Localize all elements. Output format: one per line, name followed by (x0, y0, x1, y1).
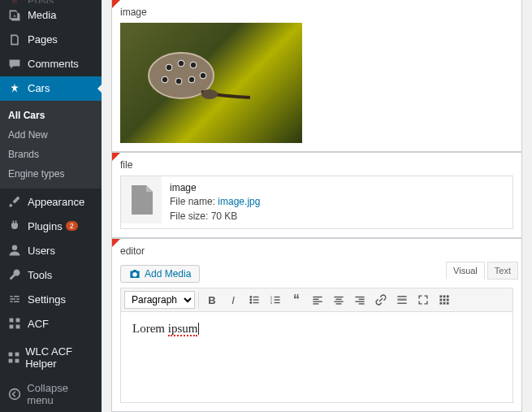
sidebar-item-appearance[interactable]: Appearance (0, 189, 102, 214)
fullscreen-button[interactable] (413, 290, 433, 310)
tab-visual[interactable]: Visual (446, 262, 485, 280)
user-icon (6, 244, 23, 257)
sidebar-item-label: Cars (28, 82, 50, 94)
align-center-button[interactable] (329, 290, 348, 310)
collapse-label: Collapse menu (27, 382, 95, 406)
svg-rect-58 (439, 299, 442, 301)
wrench-icon (6, 268, 23, 281)
sidebar-item-cars[interactable]: Cars (0, 76, 102, 101)
sliders-icon (6, 293, 23, 306)
sidebar-item-label: Settings (28, 293, 66, 306)
plug-icon (6, 219, 23, 232)
sidebar-item-label: Media (28, 9, 56, 21)
submenu-item-brands[interactable]: Brands (0, 145, 102, 164)
submenu-item-add-new[interactable]: Add New (0, 125, 102, 145)
svg-point-22 (189, 77, 194, 82)
field-label: file (112, 153, 521, 176)
svg-rect-48 (359, 299, 365, 300)
svg-point-14 (179, 61, 184, 66)
sidebar-item-tools[interactable]: Tools (0, 262, 102, 287)
sidebar-item-media[interactable]: Media (0, 3, 102, 28)
file-size: 70 KB (211, 210, 238, 222)
collapse-icon (6, 388, 22, 401)
svg-rect-42 (313, 303, 318, 304)
sidebar-item-label: Plugins (28, 220, 63, 232)
svg-text:3: 3 (270, 301, 273, 305)
field-file: file image File name: image.jpg File siz… (111, 152, 522, 238)
svg-point-12 (167, 65, 171, 70)
svg-rect-28 (253, 297, 259, 297)
submenu-item-all-cars[interactable]: All Cars (0, 106, 102, 125)
svg-point-9 (9, 389, 19, 400)
svg-rect-7 (8, 358, 12, 362)
svg-rect-34 (275, 297, 280, 297)
sidebar-item-comments[interactable]: Comments (0, 52, 102, 76)
sidebar-item-pages[interactable]: Pages (0, 28, 102, 52)
media-icon (6, 9, 23, 22)
sidebar-item-plugins[interactable]: Plugins 2 (0, 214, 102, 238)
editor-content-area[interactable]: Lorem ipsum (120, 312, 513, 403)
sidebar-item-wlc-acf-helper[interactable]: WLC ACF Helper (0, 340, 102, 375)
bullet-list-button[interactable] (244, 290, 264, 310)
sidebar-item-label: Posts (28, 0, 54, 3)
grid-icon (6, 317, 23, 330)
collapse-menu-button[interactable]: Collapse menu (0, 376, 102, 412)
link-button[interactable] (371, 290, 391, 310)
sidebar-item-settings[interactable]: Settings (0, 287, 102, 311)
svg-rect-60 (447, 299, 449, 301)
sidebar-item-label: ACF (28, 318, 49, 330)
sidebar-item-label: Appearance (28, 196, 84, 208)
file-block: image File name: image.jpg File size: 70… (120, 176, 513, 229)
camera-icon (129, 268, 141, 280)
sidebar-item-users[interactable]: Users (0, 238, 102, 262)
svg-point-18 (162, 77, 167, 82)
svg-rect-4 (16, 325, 20, 329)
svg-rect-36 (275, 299, 280, 300)
text-cursor (198, 323, 199, 335)
svg-rect-47 (355, 297, 364, 297)
svg-point-24 (201, 73, 205, 78)
submenu-item-engine-types[interactable]: Engine types (0, 164, 102, 184)
svg-point-0 (12, 245, 17, 250)
add-media-button[interactable]: Add Media (120, 265, 200, 283)
update-badge: 2 (66, 221, 78, 231)
align-right-button[interactable] (350, 290, 370, 310)
svg-rect-32 (253, 302, 259, 303)
svg-point-16 (191, 63, 196, 67)
tab-text[interactable]: Text (487, 262, 518, 280)
svg-rect-52 (397, 299, 406, 300)
main-content: image (102, 0, 532, 412)
italic-button[interactable]: I (223, 290, 243, 310)
butterfly-image (145, 47, 250, 116)
svg-rect-6 (15, 352, 19, 356)
grid-icon (6, 351, 20, 364)
toolbar-toggle-button[interactable] (435, 290, 454, 310)
image-preview[interactable] (120, 23, 302, 143)
align-left-button[interactable] (308, 290, 327, 310)
number-list-button[interactable]: 123 (266, 290, 285, 310)
file-title: image (170, 181, 260, 195)
sidebar-item-posts[interactable]: 📌 Posts (0, 0, 102, 3)
svg-rect-45 (334, 301, 343, 302)
blockquote-button[interactable]: “ (287, 290, 306, 310)
sidebar-item-acf[interactable]: ACF (0, 311, 102, 336)
svg-rect-62 (443, 302, 446, 305)
insert-more-button[interactable] (392, 290, 412, 310)
svg-rect-61 (439, 302, 442, 305)
svg-rect-63 (447, 302, 449, 305)
svg-rect-3 (10, 325, 14, 329)
svg-rect-57 (447, 296, 449, 298)
svg-point-20 (176, 79, 181, 84)
sidebar-item-label: Users (28, 245, 55, 257)
svg-rect-8 (15, 358, 19, 362)
sidebar-item-label: Tools (28, 269, 52, 281)
bold-button[interactable]: B (202, 290, 222, 310)
format-select[interactable]: Paragraph (124, 291, 195, 309)
svg-point-31 (249, 301, 252, 304)
svg-rect-53 (397, 303, 406, 304)
file-name-link[interactable]: image.jpg (218, 196, 260, 207)
svg-rect-39 (313, 297, 322, 297)
svg-point-27 (249, 296, 252, 298)
file-info: image File name: image.jpg File size: 70… (162, 176, 268, 228)
sidebar-item-label: Comments (28, 58, 79, 70)
